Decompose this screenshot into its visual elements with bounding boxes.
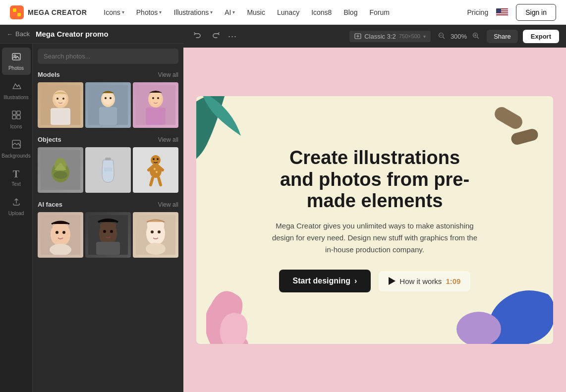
list-item[interactable] bbox=[133, 212, 178, 258]
models-view-all[interactable]: View all bbox=[158, 71, 178, 78]
svg-rect-2 bbox=[13, 13, 16, 16]
svg-point-56 bbox=[62, 231, 65, 234]
svg-line-47 bbox=[151, 178, 153, 185]
svg-point-61 bbox=[110, 230, 113, 233]
nav-ai[interactable]: AI ▾ bbox=[220, 5, 240, 19]
chevron-down-icon: ▾ bbox=[423, 34, 426, 39]
models-section-header: Models View all bbox=[38, 71, 178, 78]
canvas-dimensions: 750×500 bbox=[399, 33, 420, 39]
share-button[interactable]: Share bbox=[487, 30, 518, 43]
zoom-out-button[interactable] bbox=[436, 31, 448, 42]
canvas-size-selector[interactable]: Classic 3:2 750×500 ▾ bbox=[349, 31, 431, 42]
redo-button[interactable] bbox=[209, 29, 223, 43]
svg-rect-19 bbox=[51, 108, 70, 125]
sidebar-item-label: Photos bbox=[8, 65, 24, 71]
svg-point-33 bbox=[152, 97, 154, 99]
svg-point-26 bbox=[103, 92, 113, 105]
models-grid bbox=[38, 82, 178, 128]
back-button[interactable]: ← Back bbox=[7, 30, 30, 38]
nav-right: Pricing Sign in bbox=[467, 4, 556, 21]
svg-rect-15 bbox=[17, 115, 20, 119]
nav-icons8[interactable]: Icons8 bbox=[306, 5, 337, 19]
arrow-right-icon: › bbox=[354, 277, 357, 285]
svg-point-60 bbox=[103, 230, 106, 233]
canvas-toolbar: ··· Classic 3:2 750×500 ▾ bbox=[183, 25, 566, 48]
sidebar-item-text[interactable]: T Text bbox=[2, 165, 31, 191]
chevron-down-icon: ▾ bbox=[159, 9, 162, 15]
sidebar-item-label: Illustrations bbox=[3, 95, 29, 100]
brown-pill-decoration-2 bbox=[510, 127, 539, 146]
logo[interactable]: MEGA CREATOR bbox=[10, 5, 87, 19]
panel-content: Models View all bbox=[33, 44, 183, 392]
search-input[interactable] bbox=[38, 49, 178, 64]
sidebar-item-illustrations[interactable]: Illustrations bbox=[2, 77, 31, 104]
svg-point-65 bbox=[151, 230, 154, 233]
sidebar-item-icons[interactable]: Icons bbox=[2, 106, 31, 133]
objects-title: Objects bbox=[38, 136, 61, 143]
svg-point-38 bbox=[54, 171, 67, 179]
svg-rect-7 bbox=[496, 13, 508, 14]
svg-rect-3 bbox=[17, 13, 21, 16]
play-icon bbox=[389, 277, 396, 285]
undo-button[interactable] bbox=[190, 29, 204, 43]
nav-icons[interactable]: Icons ▾ bbox=[99, 5, 129, 19]
chevron-down-icon: ▾ bbox=[210, 9, 213, 15]
chevron-down-icon: ▾ bbox=[122, 9, 124, 15]
nav-blog[interactable]: Blog bbox=[339, 5, 362, 19]
language-flag[interactable] bbox=[496, 8, 508, 16]
zoom-control: 300% bbox=[436, 31, 482, 42]
svg-point-67 bbox=[146, 243, 166, 255]
main-area: ← Back Mega Creator promo Photos bbox=[0, 25, 566, 392]
nav-music[interactable]: Music bbox=[242, 5, 270, 19]
sidebar-item-backgrounds[interactable]: Backgrounds bbox=[2, 135, 31, 163]
objects-view-all[interactable]: View all bbox=[158, 136, 178, 143]
list-item[interactable] bbox=[38, 82, 83, 128]
list-item[interactable] bbox=[85, 147, 131, 193]
sidebar-item-label: Text bbox=[11, 181, 20, 187]
left-sidebar: ← Back Mega Creator promo Photos bbox=[0, 25, 183, 392]
models-title: Models bbox=[38, 71, 60, 78]
canvas-size-label: Classic 3:2 bbox=[364, 33, 396, 40]
zoom-in-button[interactable] bbox=[470, 31, 482, 42]
svg-point-21 bbox=[57, 98, 58, 100]
list-item[interactable] bbox=[133, 147, 178, 193]
nav-links: Icons ▾ Photos ▾ Illustrations ▾ AI ▾ Mu… bbox=[99, 5, 455, 19]
sidebar-item-upload[interactable]: Upload bbox=[2, 193, 31, 220]
list-item[interactable] bbox=[85, 82, 131, 128]
svg-point-51 bbox=[154, 168, 156, 170]
aifaces-title: AI faces bbox=[38, 201, 62, 208]
canvas-content: Create illustrations and photos from pre… bbox=[183, 48, 566, 392]
svg-point-66 bbox=[158, 230, 161, 233]
svg-point-49 bbox=[153, 158, 155, 160]
sidebar-header: ← Back Mega Creator promo bbox=[0, 25, 183, 44]
logo-text: MEGA CREATOR bbox=[28, 8, 87, 16]
list-item[interactable] bbox=[85, 212, 131, 258]
canvas-area: ··· Classic 3:2 750×500 ▾ bbox=[183, 25, 566, 392]
how-it-works-button[interactable]: How it works 1:09 bbox=[379, 271, 470, 291]
more-options-button[interactable]: ··· bbox=[228, 31, 237, 42]
nav-illustrations[interactable]: Illustrations ▾ bbox=[169, 5, 218, 19]
pricing-link[interactable]: Pricing bbox=[467, 8, 488, 16]
card-buttons: Start designing › How it works 1:09 bbox=[271, 270, 479, 292]
svg-line-48 bbox=[159, 178, 161, 185]
nav-forum[interactable]: Forum bbox=[364, 5, 394, 19]
icon-sidebar: Photos Illustrations bbox=[0, 44, 33, 392]
nav-photos[interactable]: Photos ▾ bbox=[131, 5, 167, 19]
back-arrow-icon: ← bbox=[7, 31, 13, 38]
svg-rect-10 bbox=[12, 54, 20, 60]
list-item[interactable] bbox=[38, 147, 83, 193]
sidebar-item-photos[interactable]: Photos bbox=[2, 48, 31, 75]
svg-rect-8 bbox=[496, 15, 508, 16]
photos-icon bbox=[11, 52, 21, 64]
start-designing-button[interactable]: Start designing › bbox=[279, 270, 371, 292]
svg-point-34 bbox=[157, 97, 159, 99]
sign-in-button[interactable]: Sign in bbox=[516, 4, 556, 21]
list-item[interactable] bbox=[133, 82, 178, 128]
icons-icon bbox=[11, 110, 21, 122]
nav-lunacy[interactable]: Lunacy bbox=[272, 5, 304, 19]
export-button[interactable]: Export bbox=[523, 30, 559, 43]
svg-point-55 bbox=[56, 231, 58, 234]
sidebar-item-label: Icons bbox=[10, 124, 22, 129]
list-item[interactable] bbox=[38, 212, 83, 258]
aifaces-view-all[interactable]: View all bbox=[158, 201, 178, 208]
